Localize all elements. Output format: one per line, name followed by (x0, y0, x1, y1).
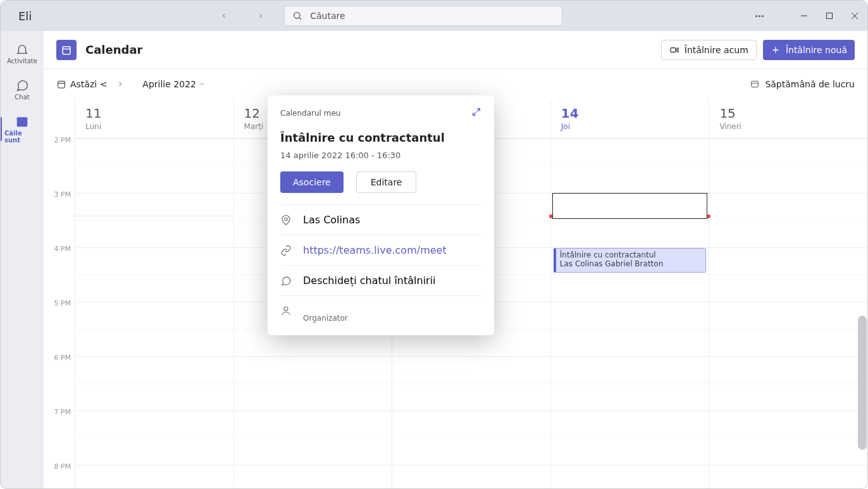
time-selection[interactable] (552, 193, 708, 219)
popup-event-time: 14 aprilie 2022 16:00 - 16:30 (280, 151, 481, 160)
rail-calendar[interactable]: Căile sunt (4, 112, 40, 146)
svg-line-19 (473, 113, 476, 116)
bell-icon (15, 42, 29, 56)
calendar-event[interactable]: Întâlnire cu contractantulLas Colinas Ga… (554, 248, 707, 273)
calendar-badge-icon (56, 40, 77, 60)
person-icon (280, 305, 292, 316)
meet-now-button[interactable]: Întâlnire acum (661, 40, 757, 60)
today-button[interactable]: Astăzi < (56, 79, 107, 89)
day-header: 14 Joi (551, 99, 709, 139)
video-icon (669, 45, 679, 55)
svg-marker-11 (676, 47, 678, 52)
svg-line-1 (299, 18, 301, 20)
svg-rect-3 (827, 13, 833, 18)
expand-popup-button[interactable] (471, 107, 481, 120)
event-details-popup: Calendarul meu Întâlnire cu contractantu… (268, 96, 494, 335)
title-bar: Eli Căutare (1, 1, 867, 31)
month-picker[interactable]: Aprilie 2022 (142, 79, 205, 89)
calendar-toolbar: Astăzi < Aprilie 2022 Săptămână de lucru (44, 69, 867, 99)
day-slots[interactable] (709, 139, 867, 488)
popup-event-title: Întâlnire cu contractantul (280, 131, 481, 144)
new-meeting-button[interactable]: Întâlnire nouă (763, 40, 855, 60)
day-slots[interactable] (75, 139, 233, 488)
hour-label: 6 PM (54, 354, 71, 362)
week-view-icon (750, 79, 760, 89)
popup-chat-row[interactable]: Deschideți chatul întâlnirii (280, 266, 481, 296)
join-button[interactable]: Asociere (280, 171, 344, 193)
popup-link-row[interactable]: https://teams.live.com/meet (280, 235, 481, 266)
day-column[interactable]: 11 Luni (75, 99, 234, 488)
day-header: 11 Luni (75, 99, 233, 139)
next-period-button[interactable] (111, 75, 130, 94)
chat-icon (15, 78, 29, 92)
left-nav-rail: Activitate Chat Căile sunt (1, 31, 44, 488)
plus-icon (771, 45, 781, 55)
time-gutter: 2 PM3 PM4 PM5 PM6 PM7 PM8 PM (44, 99, 75, 488)
history-back-button[interactable] (214, 6, 233, 25)
search-icon (292, 11, 302, 21)
svg-rect-8 (63, 46, 70, 54)
maximize-button[interactable] (826, 10, 833, 22)
chevron-down-icon (199, 81, 205, 87)
svg-point-20 (285, 218, 288, 221)
svg-rect-7 (17, 118, 28, 120)
day-slots[interactable]: Întâlnire cu contractantulLas Colinas Ga… (551, 139, 709, 488)
rail-chat[interactable]: Chat (4, 76, 40, 103)
hour-label: 2 PM (54, 136, 71, 144)
day-header: 15 Vineri (709, 99, 867, 139)
content-header: Calendar Întâlnire acum Întâlnire nouă (44, 31, 867, 69)
search-placeholder: Căutare (310, 11, 345, 21)
minimize-button[interactable] (800, 10, 808, 22)
page-title: Calendar (85, 43, 142, 56)
svg-rect-14 (58, 81, 65, 88)
hour-label: 7 PM (54, 408, 71, 416)
history-forward-button[interactable] (251, 6, 270, 25)
view-picker[interactable]: Săptămână de lucru (750, 79, 855, 89)
svg-point-0 (294, 13, 300, 18)
popup-calendar-name: Calendarul meu (280, 109, 340, 118)
svg-rect-16 (752, 81, 759, 87)
calendar-icon (15, 115, 29, 128)
location-icon (280, 214, 292, 226)
svg-point-21 (284, 307, 288, 311)
edit-button[interactable]: Editare (356, 171, 417, 193)
close-button[interactable] (851, 10, 859, 22)
more-options-button[interactable] (755, 15, 764, 17)
link-icon (280, 245, 292, 256)
rail-activity[interactable]: Activitate (4, 40, 40, 67)
svg-rect-10 (671, 47, 676, 52)
open-chat-icon (280, 275, 292, 287)
goto-today-icon (56, 79, 66, 89)
hour-label: 4 PM (54, 245, 71, 253)
svg-line-18 (477, 109, 480, 112)
popup-organizer-row: Organizator (280, 296, 481, 323)
app-title: Eli (18, 9, 32, 23)
day-column[interactable]: 15 Vineri (709, 99, 867, 488)
scrollbar-thumb[interactable] (858, 316, 867, 450)
day-column[interactable]: 14 Joi Întâlnire cu contractantulLas Col… (551, 99, 710, 488)
hour-label: 3 PM (54, 190, 71, 199)
search-input[interactable]: Căutare (284, 6, 562, 26)
hour-label: 8 PM (54, 462, 71, 471)
hour-label: 5 PM (54, 299, 71, 307)
popup-location-row: Las Colinas (280, 205, 481, 235)
